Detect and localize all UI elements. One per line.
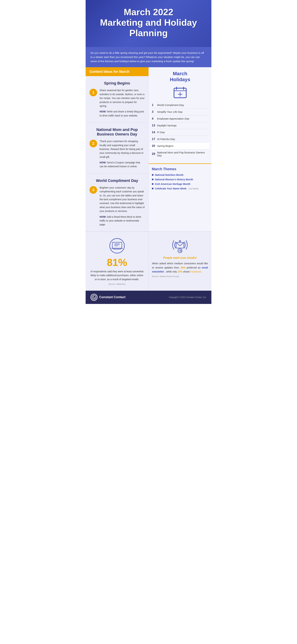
number-badge-3: 3 [89,186,97,194]
holiday-item-20: 20 Spring Begins [150,143,210,150]
holiday-name-4: Employee Appreciation Day [157,117,189,120]
email-period: . [201,270,202,273]
how-label-2: HOW: [100,161,106,164]
theme-dot-1 [152,174,154,176]
holiday-name-13: Daylight Savings [157,124,177,127]
spring-begins-item: 1 Share seasonal tips for garden care, a… [89,88,145,118]
email-desc-end: chose [183,270,190,273]
email-desc: When asked which medium consumers would … [152,262,208,274]
svg-point-19 [95,297,95,298]
svg-point-15 [179,250,181,252]
holiday-item-4: 4 Employee Appreciation Day [152,116,208,122]
svg-rect-7 [112,242,122,248]
header-title: March 2022 Marketing and Holiday Plannin… [91,7,206,38]
header: March 2022 Marketing and Holiday Plannin… [86,0,211,47]
how-label-1: HOW: [100,110,106,113]
theme-name-1: National Nutrition Month [155,174,183,176]
email-pct1: 90% [181,266,186,269]
logo-circle [91,294,98,301]
holiday-item-29: 29 National Mom and Pop Business Owners … [152,150,208,158]
compliment-title: World Compliment Day [89,178,145,183]
stat-source: [Source: eMarketer] [90,283,144,285]
holiday-name-3: Simplify Your Life Day [157,110,183,113]
email-source: [Source: Nielsen Norma Group] [152,275,208,278]
right-column: March Holidays 1 World Compliment Day 3 … [149,67,211,231]
holiday-item-13: 13 Daylight Savings [152,122,208,129]
people-want-title: People want your emails! [152,256,208,260]
holiday-num-1: 1 [152,103,157,107]
theme-item-name-week: Celebrate Your Name Week (1st Week) [152,187,208,190]
spring-begins-how: HOW: Write and share a timely blog post … [100,110,145,118]
spring-begins-text: Share seasonal tips for garden care, act… [100,88,145,118]
holiday-name-20: Spring Begins [157,144,173,147]
mom-pop-body: Thank your customers for shopping locall… [100,139,145,159]
holiday-item-1: 1 World Compliment Day [152,102,208,108]
themes-section: March Themes National Nutrition Month Na… [149,164,211,195]
left-column: Content Ideas for March Spring Begins 1 … [86,67,149,231]
footer-logo-name: Constant Contact [99,296,125,299]
content-ideas-title: Content Ideas for March [89,70,129,74]
svg-rect-9 [114,248,121,249]
intro-section: Do you need to do a little spring cleani… [86,47,211,67]
spring-begins-body: Share seasonal tips for garden care, act… [100,88,145,108]
spring-begins-title: Spring Begins [89,81,145,86]
compliment-how: HOW: Add a Read More block to drive traf… [100,215,145,226]
holiday-item-17: 17 St Patricks Day [152,136,208,143]
holidays-title: March Holidays [149,67,211,84]
holiday-name-17: St Patricks Day [157,138,175,140]
how-text-1: Write and share a timely blog post to dr… [100,110,144,117]
holiday-num-4: 4 [152,117,157,120]
mom-pop-section: National Mom and Pop Business Owners Day… [86,122,149,174]
theme-sub-4: (1st Week) [188,188,199,190]
holiday-item-3: 3 Simplify Your Life Day [152,108,208,116]
holiday-name-29: National Mom and Pop Business Owners Day [157,151,208,157]
holiday-num-29: 29 [152,152,157,156]
theme-name-3: Irish American Heritage Month [155,182,190,186]
stat-percent: 81% [90,257,144,268]
mom-pop-title: National Mom and Pop Business Owners Day [89,128,145,136]
holiday-num-20: 20 [152,144,157,148]
number-badge-2: 2 [89,140,97,147]
mom-pop-how: HOW: Send a Coupon campaign that can be … [100,160,145,168]
svg-point-14 [178,248,182,253]
holiday-name-14: Pi Day [157,131,165,134]
footer-logo: Constant Contact [91,294,125,301]
email-fb-text: Facebook [190,270,201,273]
email-desc-mid1: preferred an [187,266,202,269]
holiday-num-13: 13 [152,124,157,127]
theme-dot-2 [152,178,154,180]
theme-name-2: National Women's History Month [155,178,193,181]
theme-dot-3 [152,183,154,185]
compliment-section: World Compliment Day 3 Brighten your cus… [86,174,149,232]
number-badge-1: 1 [89,89,97,96]
bottom-stats: 81% of respondents said they were at lea… [86,232,211,291]
theme-name-4: Celebrate Your Name Week [155,187,187,190]
calendar-icon [149,86,211,99]
compliment-body: Brighten your customers' day by complime… [100,186,145,213]
theme-item-irish: Irish American Heritage Month [152,182,208,186]
footer: Constant Contact Copyright © 2022 Consta… [86,291,211,304]
themes-title: March Themes [152,167,208,171]
email-icon [152,237,208,254]
email-desc-mid2: , while only [165,270,177,273]
stat-right: People want your emails! When asked whic… [149,232,211,291]
main-grid: Content Ideas for March Spring Begins 1 … [86,67,211,231]
email-pct2: 10% [177,270,182,273]
laptop-icon [90,238,144,255]
how-label-3: HOW: [100,216,106,218]
holiday-num-3: 3 [152,110,157,114]
content-ideas-header: Content Ideas for March [86,67,149,76]
mom-pop-text: Thank your customers for shopping locall… [100,139,145,168]
footer-copyright: Copyright © 2022 Constant Contact, Inc. [169,296,206,298]
holiday-num-14: 14 [152,130,157,134]
compliment-item: 3 Brighten your customers' day by compli… [89,186,145,226]
theme-dot-4 [152,188,154,190]
holiday-item-14: 14 Pi Day [152,129,208,136]
stat-desc: of respondents said they were at least s… [90,270,144,281]
holiday-list: 1 World Compliment Day 3 Simplify Your L… [149,102,211,162]
svg-point-18 [92,295,96,300]
holiday-num-17: 17 [152,138,157,141]
compliment-text: Brighten your customers' day by complime… [100,186,145,226]
intro-text: Do you need to do a little spring cleani… [91,51,206,63]
theme-item-womens-history: National Women's History Month [152,178,208,181]
